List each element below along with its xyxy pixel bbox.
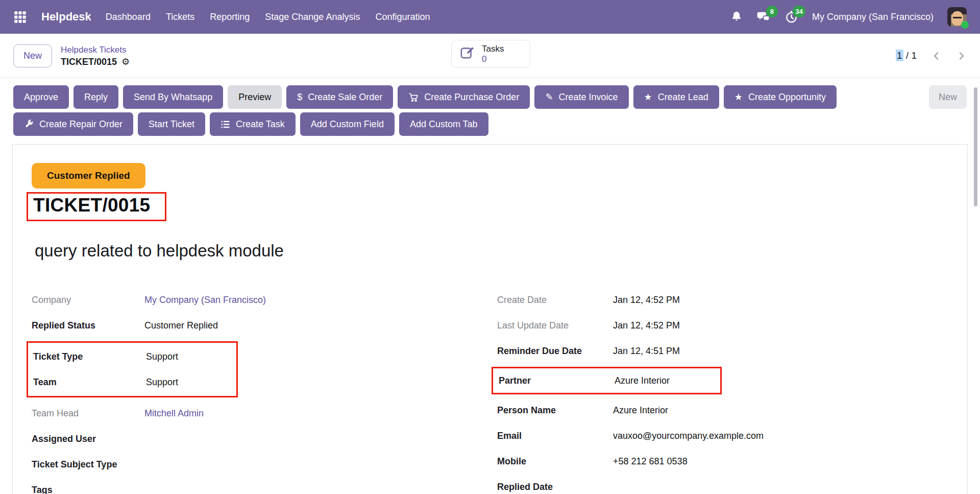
pager: 1 / 1 <box>896 50 917 61</box>
field-row-replied-date: Replied Date <box>497 474 948 494</box>
field-value-person-name: Azure Interior <box>613 405 668 416</box>
company-switcher[interactable]: My Company (San Francisco) <box>812 12 934 22</box>
annotation-box-ticket-type-team: Ticket TypeSupportTeamSupport <box>27 341 238 397</box>
settings-gear-icon[interactable]: ⚙ <box>121 57 130 66</box>
create-purchase-order-button[interactable]: Create Purchase Order <box>398 85 530 109</box>
field-row-mobile: Mobile+58 212 681 0538 <box>497 449 948 474</box>
field-value-company[interactable]: My Company (San Francisco) <box>144 295 266 305</box>
start-ticket-button[interactable]: Start Ticket <box>138 112 205 136</box>
field-label-mobile: Mobile <box>497 456 613 467</box>
menu-tickets[interactable]: Tickets <box>166 12 194 22</box>
field-value-last-update-date: Jan 12, 4:52 PM <box>613 320 680 331</box>
add-custom-field-button[interactable]: Add Custom Field <box>300 112 395 136</box>
field-row-last-update-date: Last Update DateJan 12, 4:52 PM <box>497 313 948 338</box>
field-label-email: Email <box>497 431 613 441</box>
ticket-subject[interactable]: query related to helpdesk module <box>35 241 948 261</box>
field-row-partner: PartnerAzure Interior <box>499 370 720 391</box>
menu-configuration[interactable]: Configuration <box>375 12 430 22</box>
field-row-reminder-due-date: Reminder Due DateJan 12, 4:51 PM <box>497 338 948 364</box>
field-label-assigned-user: Assigned User <box>32 434 144 444</box>
apps-grid-icon[interactable] <box>13 10 27 24</box>
tasks-edit-icon <box>459 45 475 63</box>
online-status-dot <box>961 21 969 29</box>
menu-reporting[interactable]: Reporting <box>210 12 250 22</box>
annotation-box-ticket-number: TICKET/0015 <box>27 192 166 221</box>
field-row-replied-status: Replied StatusCustomer Replied <box>32 313 497 338</box>
main-menu: DashboardTicketsReportingStage Change An… <box>106 12 430 22</box>
field-label-create-date: Create Date <box>497 295 613 305</box>
field-value-ticket-type: Support <box>146 351 178 362</box>
annotation-box-partner: PartnerAzure Interior <box>492 367 722 394</box>
field-label-team-head: Team Head <box>32 408 144 419</box>
add-custom-tab-button[interactable]: Add Custom Tab <box>399 112 488 136</box>
field-grid: CompanyMy Company (San Francisco)Replied… <box>32 287 948 494</box>
create-lead-button[interactable]: ★Create Lead <box>633 85 719 109</box>
field-value-replied-status: Customer Replied <box>144 320 218 331</box>
messages-icon[interactable]: 8 <box>756 10 771 23</box>
field-row-team-head: Team HeadMitchell Admin <box>32 401 497 426</box>
field-label-tags: Tags <box>32 485 144 494</box>
field-row-ticket-subject-type: Ticket Subject Type <box>32 452 497 477</box>
menu-dashboard[interactable]: Dashboard <box>106 12 151 22</box>
create-task-button[interactable]: Create Task <box>210 112 296 136</box>
create-repair-order-button[interactable]: Create Repair Order <box>13 112 133 136</box>
reply-button[interactable]: Reply <box>74 85 118 109</box>
field-label-reminder-due-date: Reminder Due Date <box>497 346 613 357</box>
tasks-stat-button[interactable]: Tasks 0 <box>451 40 530 68</box>
field-value-team-head[interactable]: Mitchell Admin <box>144 408 204 419</box>
pager-current[interactable]: 1 <box>896 50 903 61</box>
field-label-replied-status: Replied Status <box>32 320 144 331</box>
create-invoice-button[interactable]: ✎Create Invoice <box>534 85 628 109</box>
breadcrumb: Helpdesk Tickets TICKET/0015 ⚙ <box>61 44 130 68</box>
field-row-assigned-user: Assigned User <box>32 426 497 452</box>
create-opportunity-button[interactable]: ★Create Opportunity <box>724 85 837 109</box>
right-field-column: Create DateJan 12, 4:52 PMLast Update Da… <box>497 287 948 494</box>
tasks-label: Tasks <box>482 44 504 54</box>
approve-button[interactable]: Approve <box>13 85 69 109</box>
pager-total: 1 <box>911 50 917 61</box>
field-row-ticket-type: Ticket TypeSupport <box>33 344 236 369</box>
scrollbar-thumb[interactable] <box>974 87 977 206</box>
user-avatar[interactable] <box>947 7 967 27</box>
messages-count-badge: 8 <box>766 6 778 17</box>
menu-stage-change-analysis[interactable]: Stage Change Analysis <box>265 12 360 22</box>
field-value-team: Support <box>146 377 178 388</box>
field-value-partner: Azure Interior <box>615 375 670 386</box>
send-by-whatsapp-button[interactable]: Send By Whatsapp <box>123 85 223 109</box>
activities-count-badge: 34 <box>793 6 805 17</box>
breadcrumb-helpdesk-tickets[interactable]: Helpdesk Tickets <box>61 44 130 56</box>
field-row-create-date: Create DateJan 12, 4:52 PM <box>497 287 948 313</box>
field-label-ticket-type: Ticket Type <box>33 351 146 362</box>
breadcrumb-current-ticket: TICKET/0015 <box>61 56 117 68</box>
action-buttons-area: ApproveReplySend By WhatsappPreview$Crea… <box>0 78 980 144</box>
field-label-person-name: Person Name <box>497 405 613 416</box>
next-record-button[interactable] <box>956 51 967 61</box>
field-label-replied-date: Replied Date <box>497 482 613 492</box>
field-label-team: Team <box>33 377 146 388</box>
activities-clock-icon[interactable]: 34 <box>785 10 798 24</box>
preview-button[interactable]: Preview <box>228 85 282 109</box>
field-row-person-name: Person NameAzure Interior <box>497 397 948 423</box>
field-label-partner: Partner <box>499 375 615 386</box>
notifications-bell-icon[interactable] <box>730 10 743 23</box>
ticket-number[interactable]: TICKET/0015 <box>33 194 151 217</box>
app-name[interactable]: Helpdesk <box>41 10 91 23</box>
field-label-last-update-date: Last Update Date <box>497 320 613 331</box>
pager-separator: / <box>903 50 912 61</box>
new-record-button[interactable]: New <box>13 44 52 67</box>
field-row-company: CompanyMy Company (San Francisco) <box>32 287 497 313</box>
stage-new-button[interactable]: New <box>929 85 967 109</box>
field-row-tags: Tags <box>32 477 497 494</box>
field-row-team: TeamSupport <box>33 369 236 395</box>
left-field-column: CompanyMy Company (San Francisco)Replied… <box>32 287 497 494</box>
field-label-ticket-subject-type: Ticket Subject Type <box>32 459 144 470</box>
field-label-company: Company <box>32 295 144 305</box>
field-value-create-date: Jan 12, 4:52 PM <box>613 295 680 305</box>
field-value-mobile: +58 212 681 0538 <box>613 456 688 467</box>
field-value-email: vauxoo@yourcompany.example.com <box>613 431 764 441</box>
field-value-reminder-due-date: Jan 12, 4:51 PM <box>613 346 680 357</box>
tasks-count: 0 <box>482 54 504 64</box>
field-row-email: Emailvauxoo@yourcompany.example.com <box>497 423 948 449</box>
previous-record-button[interactable] <box>931 51 942 61</box>
create-sale-order-button[interactable]: $Create Sale Order <box>286 85 393 109</box>
